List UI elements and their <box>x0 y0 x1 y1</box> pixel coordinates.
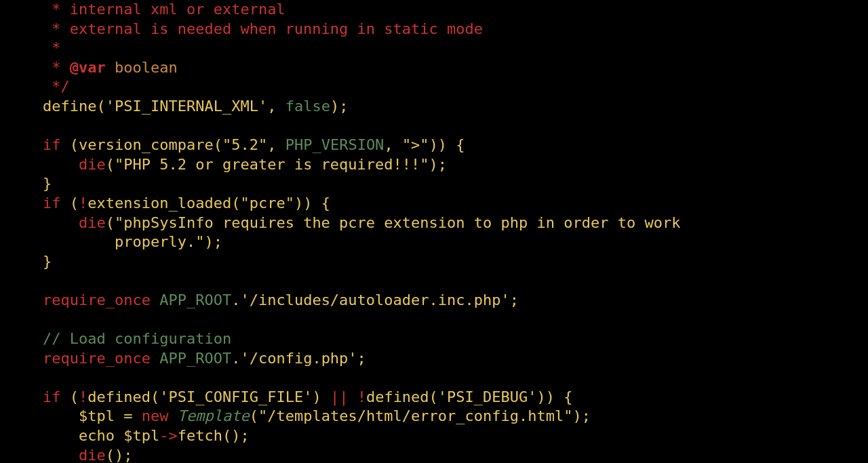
semicolon: ; <box>510 291 519 308</box>
space <box>348 388 357 405</box>
paren: ( <box>250 407 258 424</box>
not-operator: ! <box>79 195 87 212</box>
string-literal: '/config.php' <box>240 350 357 367</box>
paren-close: (); <box>106 447 133 463</box>
function-call: version_compare <box>79 136 214 153</box>
comma: , <box>267 136 285 153</box>
string-literal: "phpSysInfo requires the pcre extension … <box>115 214 680 231</box>
if-keyword: if <box>43 388 61 405</box>
paren-close: ) <box>312 388 330 405</box>
define-call: define <box>43 98 96 115</box>
string-literal: "PHP 5.2 or greater is required!!!" <box>115 156 429 173</box>
dot-operator: . <box>231 291 240 308</box>
paren: ( <box>231 195 240 212</box>
paren: ( <box>151 388 159 405</box>
line-comment: // Load configuration <box>43 330 231 347</box>
space <box>151 291 159 308</box>
method-call: fetch <box>178 427 222 444</box>
string-literal: "5.2" <box>222 136 267 153</box>
brace-close: } <box>43 175 52 192</box>
string-literal: "pcre" <box>240 195 294 212</box>
constant: APP_ROOT <box>159 291 231 308</box>
space <box>168 407 177 424</box>
class-name: Template <box>178 407 250 424</box>
brace-open: )) { <box>429 136 465 153</box>
paren: ( <box>61 388 79 405</box>
function-call: extension_loaded <box>87 195 231 212</box>
function-call: defined <box>87 388 151 405</box>
phpdoc-tag: @var <box>70 59 106 76</box>
not-operator: ! <box>357 388 366 405</box>
string-literal: 'PSI_DEBUG' <box>438 388 537 405</box>
doc-comment-close: */ <box>43 78 70 95</box>
require-keyword: require_once <box>43 291 151 308</box>
boolean-literal: false <box>285 98 330 115</box>
paren: ( <box>61 136 79 153</box>
doc-comment-line: * <box>43 39 61 56</box>
code-editor[interactable]: * internal xml or external * external is… <box>0 0 868 463</box>
die-call: die <box>79 447 106 463</box>
arrow-operator: -> <box>159 427 178 444</box>
paren: ( <box>106 156 115 173</box>
paren-close: (); <box>222 427 250 444</box>
echo-keyword: echo <box>79 427 123 444</box>
paren-close: ); <box>204 233 222 250</box>
space <box>151 350 159 367</box>
string-literal: "/templates/html/error_config.html" <box>258 407 573 424</box>
doc-comment-line: * external is needed when running in sta… <box>43 20 483 37</box>
brace-open: )) { <box>537 388 573 405</box>
paren-close: ); <box>330 98 349 115</box>
comma: , <box>267 98 285 115</box>
constant: APP_ROOT <box>159 350 231 367</box>
string-literal: 'PSI_CONFIG_FILE' <box>159 388 312 405</box>
comma: , <box>384 136 402 153</box>
paren-close: ); <box>429 156 448 173</box>
string-literal: '/includes/autoloader.inc.php' <box>240 291 509 308</box>
variable: $tpl <box>123 427 159 444</box>
variable: $tpl <box>79 407 115 424</box>
paren: ( <box>214 136 222 153</box>
phpdoc-type: boolean <box>106 59 178 76</box>
paren: ( <box>96 98 105 115</box>
paren: ( <box>106 214 115 231</box>
assign: = <box>115 407 142 424</box>
function-call: defined <box>366 388 429 405</box>
doc-comment-line: * internal xml or external <box>43 1 285 18</box>
new-keyword: new <box>142 407 169 424</box>
brace-open: )) { <box>294 195 330 212</box>
paren-close: ); <box>573 407 591 424</box>
not-operator: ! <box>79 388 87 405</box>
if-keyword: if <box>43 195 61 212</box>
brace-close: } <box>43 253 52 270</box>
die-call: die <box>79 214 106 231</box>
doc-comment-line: * <box>43 59 70 76</box>
constant: PHP_VERSION <box>285 136 384 153</box>
dot-operator: . <box>231 350 240 367</box>
semicolon: ; <box>357 350 366 367</box>
die-call: die <box>79 156 106 173</box>
paren: ( <box>61 195 79 212</box>
or-operator: || <box>330 388 349 405</box>
require-keyword: require_once <box>43 350 151 367</box>
string-literal: ">" <box>402 136 429 153</box>
paren: ( <box>429 388 438 405</box>
string-literal: 'PSI_INTERNAL_XML' <box>106 98 267 115</box>
string-literal: properly." <box>43 233 204 250</box>
if-keyword: if <box>43 136 61 153</box>
